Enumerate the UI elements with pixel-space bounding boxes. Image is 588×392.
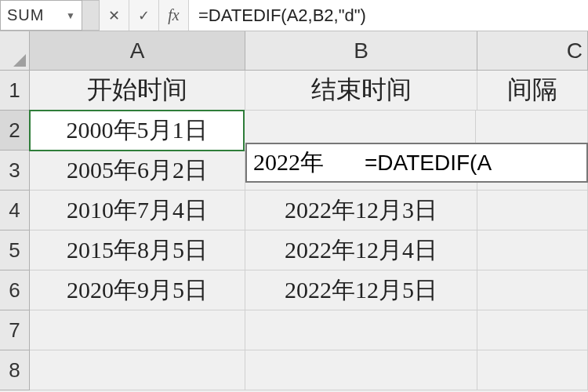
cell-C8[interactable]	[477, 350, 588, 390]
select-all-corner[interactable]	[0, 31, 30, 71]
cell-A4[interactable]: 2010年7月4日	[30, 191, 245, 230]
cell-A7[interactable]	[30, 310, 245, 350]
cell-B8[interactable]	[245, 350, 477, 390]
col-header-B[interactable]: B	[245, 31, 477, 71]
cell-A3[interactable]: 2005年6月2日	[30, 151, 245, 191]
cell-C5[interactable]	[477, 230, 588, 270]
col-header-C[interactable]: C	[477, 31, 588, 71]
table-row: 5 2015年8月5日 2022年12月4日	[0, 230, 588, 270]
row-header-6[interactable]: 6	[0, 270, 30, 310]
cell-A8[interactable]	[30, 350, 245, 390]
grid: 1 开始时间 结束时间 间隔 2 2000年5月1日 2022年 =DATEDI…	[0, 71, 588, 390]
cell-A2[interactable]: 2000年5月1日	[29, 110, 245, 151]
table-row: 4 2010年7月4日 2022年12月3日	[0, 191, 588, 230]
row-header-4[interactable]: 4	[0, 191, 30, 230]
cell-C2-overflow: =DATEDIF(A	[360, 151, 586, 176]
fx-icon[interactable]: fx	[159, 0, 189, 31]
cell-C7[interactable]	[477, 310, 588, 350]
cell-C6[interactable]	[477, 270, 588, 310]
cell-A5[interactable]: 2015年8月5日	[30, 230, 245, 270]
row-header-8[interactable]: 8	[0, 350, 30, 390]
cell-A1[interactable]: 开始时间	[30, 71, 245, 111]
cell-B5[interactable]: 2022年12月4日	[245, 230, 477, 270]
cancel-icon[interactable]: ✕	[100, 0, 129, 31]
chevron-down-icon[interactable]: ▼	[66, 10, 75, 21]
cell-A6[interactable]: 2020年9月5日	[30, 270, 245, 310]
col-header-A[interactable]: A	[30, 31, 245, 71]
formula-input[interactable]: =DATEDIF(A2,B2,"d")	[189, 0, 588, 31]
column-header-row: A B C	[0, 31, 588, 71]
row-header-2[interactable]: 2	[0, 111, 30, 151]
cell-B7[interactable]	[245, 310, 477, 350]
formula-text: =DATEDIF(A2,B2,"d")	[198, 5, 366, 26]
cell-B2-visible: 2022年	[247, 147, 360, 179]
table-row: 1 开始时间 结束时间 间隔	[0, 71, 588, 111]
row-header-1[interactable]: 1	[0, 71, 30, 111]
row-header-3[interactable]: 3	[0, 151, 30, 191]
formula-bar: SUM ▼ ✕ ✓ fx =DATEDIF(A2,B2,"d")	[0, 0, 588, 31]
table-row: 7	[0, 310, 588, 350]
row-header-7[interactable]: 7	[0, 310, 30, 350]
row-header-5[interactable]: 5	[0, 230, 30, 270]
cell-C4[interactable]	[477, 191, 588, 230]
cell-B6[interactable]: 2022年12月5日	[245, 270, 477, 310]
name-box-divider	[82, 0, 100, 31]
name-box-value: SUM	[7, 6, 66, 24]
table-row: 6 2020年9月5日 2022年12月5日	[0, 270, 588, 310]
confirm-icon[interactable]: ✓	[129, 0, 159, 31]
name-box[interactable]: SUM ▼	[0, 0, 82, 31]
cell-B4[interactable]: 2022年12月3日	[245, 191, 477, 230]
cell-B1[interactable]: 结束时间	[245, 71, 477, 111]
editing-overlay[interactable]: 2022年 =DATEDIF(A	[245, 143, 588, 183]
table-row: 8	[0, 350, 588, 390]
cell-C1[interactable]: 间隔	[477, 71, 588, 111]
